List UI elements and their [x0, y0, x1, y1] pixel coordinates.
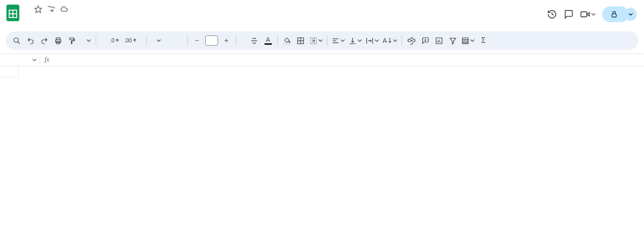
- select-all-corner[interactable]: [0, 66, 18, 77]
- font-size-input[interactable]: [205, 35, 218, 46]
- functions-button[interactable]: Σ: [477, 34, 490, 47]
- menu-tools[interactable]: [74, 17, 81, 20]
- fill-color-button[interactable]: [281, 34, 293, 47]
- insert-comment-button[interactable]: [419, 34, 431, 47]
- vertical-align-button[interactable]: [347, 34, 363, 47]
- format-percent-button[interactable]: [104, 34, 107, 47]
- menu-insert[interactable]: [49, 17, 56, 20]
- svg-point-9: [14, 38, 18, 42]
- menu-format[interactable]: [57, 17, 64, 20]
- strikethrough-button[interactable]: [248, 34, 261, 47]
- cloud-status-icon[interactable]: [60, 5, 68, 13]
- filter-button[interactable]: [446, 34, 459, 47]
- insert-chart-button[interactable]: [432, 34, 445, 47]
- menubar: [24, 17, 547, 20]
- menu-file[interactable]: [24, 17, 31, 20]
- paint-format-icon[interactable]: [65, 34, 78, 47]
- bold-button[interactable]: [239, 34, 242, 47]
- menu-view[interactable]: [40, 17, 48, 20]
- svg-marker-4: [35, 6, 42, 13]
- toolbar: .0 .00 A A Σ: [6, 31, 638, 50]
- sheets-logo[interactable]: [6, 4, 20, 22]
- menu-edit[interactable]: [32, 17, 40, 20]
- zoom-select[interactable]: [79, 34, 93, 47]
- menu-extensions[interactable]: [82, 17, 89, 20]
- insert-link-button[interactable]: [405, 34, 418, 47]
- filter-views-button[interactable]: [460, 34, 476, 47]
- comments-icon[interactable]: [564, 9, 574, 19]
- share-more-button[interactable]: [625, 8, 637, 21]
- fx-icon: fx: [45, 56, 49, 64]
- print-icon[interactable]: [52, 34, 64, 47]
- svg-point-19: [289, 41, 290, 42]
- menu-data[interactable]: [65, 17, 73, 20]
- redo-icon[interactable]: [38, 34, 51, 47]
- svg-line-10: [17, 41, 19, 43]
- format-currency-button[interactable]: [99, 34, 103, 47]
- history-icon[interactable]: [547, 9, 557, 19]
- decrease-decimal-button[interactable]: .0: [108, 34, 121, 47]
- svg-rect-6: [581, 12, 587, 17]
- more-formats-button[interactable]: [140, 34, 144, 47]
- menu-help[interactable]: [90, 17, 98, 20]
- font-select[interactable]: [150, 34, 184, 47]
- name-box[interactable]: [0, 58, 40, 62]
- text-rotation-button[interactable]: A: [381, 34, 399, 47]
- star-icon[interactable]: [34, 5, 42, 13]
- search-menus-icon[interactable]: [10, 34, 23, 47]
- increase-font-size-button[interactable]: [220, 34, 233, 47]
- document-title[interactable]: [24, 8, 29, 10]
- merge-cells-button[interactable]: [308, 34, 324, 47]
- svg-marker-37: [450, 38, 456, 44]
- text-wrap-button[interactable]: [364, 34, 380, 47]
- increase-decimal-button[interactable]: .00: [122, 34, 139, 47]
- undo-icon[interactable]: [24, 34, 37, 47]
- borders-button[interactable]: [294, 34, 307, 47]
- decrease-font-size-button[interactable]: [190, 34, 203, 47]
- meet-icon[interactable]: [580, 9, 596, 19]
- horizontal-align-button[interactable]: [330, 34, 346, 47]
- text-color-button[interactable]: A: [262, 34, 275, 47]
- svg-rect-14: [69, 38, 74, 40]
- svg-rect-8: [612, 14, 616, 17]
- italic-button[interactable]: [243, 34, 247, 47]
- move-icon[interactable]: [47, 5, 55, 13]
